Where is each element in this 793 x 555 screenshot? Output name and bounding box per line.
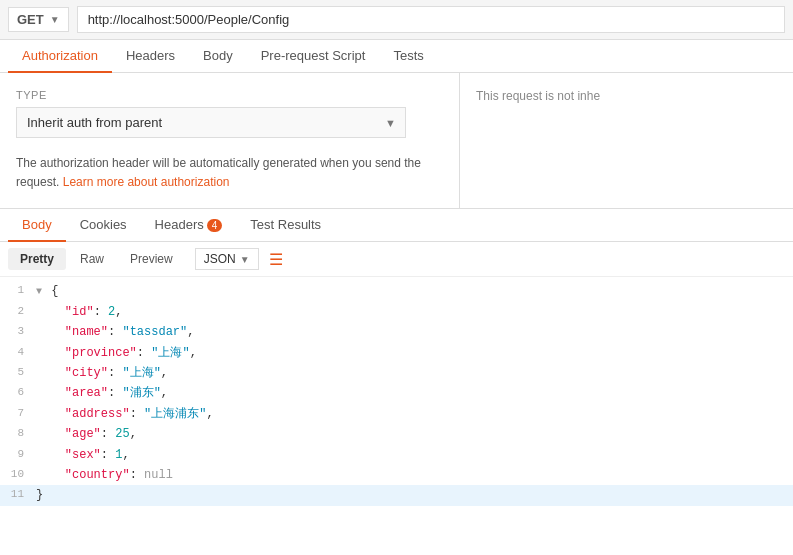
- wrap-icon[interactable]: ☰: [269, 250, 283, 269]
- type-label: TYPE: [16, 89, 443, 101]
- auth-section: TYPE Inherit auth from parent ▼ The auth…: [0, 73, 793, 209]
- top-bar: GET ▼: [0, 0, 793, 40]
- auth-right-note: This request is not inhe: [476, 89, 600, 103]
- format-select[interactable]: JSON ▼: [195, 248, 259, 270]
- method-select[interactable]: GET ▼: [8, 7, 69, 32]
- tab-authorization[interactable]: Authorization: [8, 40, 112, 73]
- code-line-8: 8 "age": 25,: [0, 424, 793, 444]
- code-line-6: 6 "area": "浦东",: [0, 383, 793, 403]
- auth-right-panel: This request is not inhe: [460, 73, 793, 208]
- response-tab-test-results[interactable]: Test Results: [236, 209, 335, 242]
- code-area: 1 ▼ { 2 "id": 2, 3 "name": "tassdar", 4 …: [0, 277, 793, 509]
- auth-description: The authorization header will be automat…: [16, 154, 443, 192]
- method-label: GET: [17, 12, 44, 27]
- code-line-1: 1 ▼ {: [0, 281, 793, 301]
- code-line-5: 5 "city": "上海",: [0, 363, 793, 383]
- learn-more-link[interactable]: Learn more about authorization: [63, 175, 230, 189]
- view-tab-pretty[interactable]: Pretty: [8, 248, 66, 270]
- line-num-1: 1: [0, 281, 36, 300]
- response-tabs: Body Cookies Headers4 Test Results: [0, 209, 793, 242]
- code-line-3: 3 "name": "tassdar",: [0, 322, 793, 342]
- auth-left-panel: TYPE Inherit auth from parent ▼ The auth…: [0, 73, 460, 208]
- view-tab-raw[interactable]: Raw: [68, 248, 116, 270]
- tab-pre-request-script[interactable]: Pre-request Script: [247, 40, 380, 73]
- tab-body[interactable]: Body: [189, 40, 247, 73]
- code-line-9: 9 "sex": 1,: [0, 445, 793, 465]
- format-arrow-icon: ▼: [240, 254, 250, 265]
- request-tabs: Authorization Headers Body Pre-request S…: [0, 40, 793, 73]
- type-select-wrap: Inherit auth from parent ▼: [16, 107, 406, 138]
- type-select[interactable]: Inherit auth from parent: [16, 107, 406, 138]
- code-line-2: 2 "id": 2,: [0, 302, 793, 322]
- view-tab-preview[interactable]: Preview: [118, 248, 185, 270]
- response-tab-cookies[interactable]: Cookies: [66, 209, 141, 242]
- code-line-11: 11 }: [0, 485, 793, 505]
- tab-tests[interactable]: Tests: [379, 40, 437, 73]
- code-line-4: 4 "province": "上海",: [0, 343, 793, 363]
- url-input[interactable]: [77, 6, 785, 33]
- headers-badge: 4: [207, 219, 223, 232]
- code-line-7: 7 "address": "上海浦东",: [0, 404, 793, 424]
- toggle-arrow-1[interactable]: ▼: [36, 286, 42, 297]
- method-arrow-icon: ▼: [50, 14, 60, 25]
- body-view-tabs: Pretty Raw Preview JSON ▼ ☰: [0, 242, 793, 277]
- response-tab-body[interactable]: Body: [8, 209, 66, 242]
- tab-headers[interactable]: Headers: [112, 40, 189, 73]
- code-line-10: 10 "country": null: [0, 465, 793, 485]
- response-tab-headers[interactable]: Headers4: [141, 209, 237, 242]
